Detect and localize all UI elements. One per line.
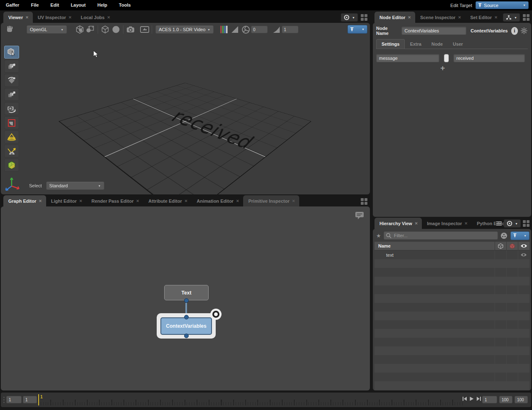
aperture-icon[interactable] <box>240 25 251 34</box>
rotate-tool-button[interactable] <box>4 74 19 87</box>
node-text-output-connector[interactable] <box>184 298 189 303</box>
snapshot-to-catalogue-icon[interactable] <box>139 25 150 34</box>
close-icon[interactable]: ✕ <box>185 199 188 203</box>
renderer-dropdown[interactable]: OpenGL▼ <box>27 25 67 34</box>
subtab-settings[interactable]: Settings <box>376 39 405 49</box>
node-cv-input-connector[interactable] <box>184 315 189 319</box>
exposure-field[interactable] <box>251 26 268 33</box>
close-icon[interactable]: ✕ <box>458 15 461 20</box>
tab-attribute-editor[interactable]: Attribute Editor✕ <box>143 195 192 206</box>
tab-node-editor[interactable]: Node Editor✕ <box>374 12 415 23</box>
add-variable-button[interactable]: + <box>439 65 446 72</box>
menu-gaffer[interactable]: Gaffer <box>0 0 25 10</box>
node-editor-follow-button[interactable]: ▼ <box>503 13 520 22</box>
node-name-input[interactable] <box>401 27 466 35</box>
close-icon[interactable]: ✕ <box>236 199 239 203</box>
close-icon[interactable]: ✕ <box>415 221 418 226</box>
light-tool-button[interactable] <box>4 130 19 143</box>
column-expansion-icon[interactable] <box>495 242 506 250</box>
current-frame-marker[interactable]: 1 <box>38 394 39 405</box>
edit-target-select[interactable]: Ŧ Source ▼ <box>475 1 529 9</box>
column-selection-icon[interactable] <box>506 242 518 250</box>
hierarchy-pin-button[interactable]: Ŧ ▼ <box>510 231 530 240</box>
frame-start-field[interactable] <box>6 396 22 403</box>
bookmarks-star-icon[interactable]: ★ <box>376 233 381 239</box>
tab-hierarchy-view[interactable]: Hierarchy View✕ <box>374 218 422 229</box>
close-icon[interactable]: ✕ <box>292 199 296 203</box>
annotation-icon[interactable] <box>354 211 365 221</box>
menu-help[interactable]: Help <box>91 0 113 10</box>
graph-canvas[interactable]: Text ContextVariables <box>1 206 370 390</box>
tab-set-editor[interactable]: Set Editor✕ <box>465 12 502 23</box>
close-icon[interactable]: ✕ <box>69 15 72 20</box>
exposure-icon[interactable] <box>229 25 240 34</box>
close-icon[interactable]: ✕ <box>136 199 140 203</box>
close-icon[interactable]: ✕ <box>39 199 42 203</box>
hierarchy-filter-input[interactable] <box>384 231 498 240</box>
play-icon[interactable] <box>469 396 474 401</box>
tab-local-jobs[interactable]: Local Jobs✕ <box>76 12 114 23</box>
tab-image-inspector[interactable]: Image Inspector✕ <box>422 218 472 229</box>
layout-menu-icon[interactable] <box>361 14 367 21</box>
hierarchy-row-text[interactable]: text <box>374 250 530 259</box>
camera-icon[interactable] <box>125 25 136 34</box>
skip-to-start-icon[interactable] <box>462 396 467 401</box>
menu-file[interactable]: File <box>25 0 44 10</box>
tab-viewer[interactable]: Viewer✕ <box>3 12 33 23</box>
menu-tools[interactable]: Tools <box>113 0 137 10</box>
column-visibility-icon[interactable] <box>518 242 530 250</box>
subtab-user[interactable]: User <box>448 39 468 49</box>
set-filter-icon[interactable] <box>500 232 507 239</box>
playback-start-field[interactable] <box>23 396 37 403</box>
tab-primitive-inspector[interactable]: Primitive Inspector✕ <box>243 195 299 206</box>
timeline-ruler[interactable]: 1 <box>38 394 464 405</box>
tab-scene-inspector[interactable]: Scene Inspector✕ <box>415 12 466 23</box>
variable-value-input[interactable] <box>453 54 525 62</box>
gear-icon[interactable] <box>520 27 528 35</box>
display-transform-dropdown[interactable]: ACES 1.0 - SDR Video▼ <box>155 25 214 34</box>
tab-render-pass-editor[interactable]: Render Pass Editor✕ <box>86 195 143 206</box>
menu-edit[interactable]: Edit <box>44 0 65 10</box>
variable-name-input[interactable] <box>376 54 439 62</box>
tab-overflow-menu-icon[interactable] <box>496 221 502 226</box>
select-mode-dropdown[interactable]: Standard▼ <box>46 182 104 190</box>
select-tool-button[interactable] <box>4 46 19 59</box>
frame-end-field[interactable] <box>515 396 528 403</box>
channels-rgba-icon[interactable] <box>219 25 229 34</box>
pan-hand-icon[interactable] <box>4 25 15 34</box>
drawing-mode-icon[interactable] <box>74 25 85 34</box>
shaded-sphere-icon[interactable] <box>111 25 121 34</box>
hierarchy-follow-focus-button[interactable]: ▼ <box>504 219 521 228</box>
tab-light-editor[interactable]: Light Editor✕ <box>46 195 86 206</box>
close-icon[interactable]: ✕ <box>107 15 111 20</box>
close-icon[interactable]: ✕ <box>408 15 411 20</box>
row-visibility-eye-icon[interactable] <box>518 250 530 259</box>
layout-menu-icon[interactable] <box>361 198 367 205</box>
crop-window-tool-button[interactable] <box>4 116 19 129</box>
current-frame-field[interactable] <box>482 396 497 403</box>
subtab-node[interactable]: Node <box>426 39 448 49</box>
subtab-extra[interactable]: Extra <box>405 39 426 49</box>
close-icon[interactable]: ✕ <box>494 15 498 20</box>
close-icon[interactable]: ✕ <box>465 221 468 226</box>
tab-uv-inspector[interactable]: UV Inspector✕ <box>33 12 76 23</box>
translate-tool-button[interactable] <box>4 60 19 73</box>
menu-layout[interactable]: Layout <box>65 0 91 10</box>
close-icon[interactable]: ✕ <box>25 15 29 20</box>
expansion-mode-icon[interactable] <box>85 25 96 34</box>
variable-enabled-toggle[interactable] <box>444 54 449 62</box>
layout-menu-icon[interactable] <box>523 220 530 227</box>
focus-ring-indicator[interactable] <box>210 309 222 320</box>
column-name-header[interactable]: Name <box>374 243 495 248</box>
skip-to-end-icon[interactable] <box>476 396 481 401</box>
playback-end-field[interactable] <box>499 396 512 403</box>
layout-menu-icon[interactable] <box>523 14 530 21</box>
tab-animation-editor[interactable]: Animation Editor✕ <box>192 195 243 206</box>
light-position-tool-button[interactable] <box>4 145 19 157</box>
node-cv-output-connector[interactable] <box>184 334 189 338</box>
graph-node-contextvariables[interactable]: ContextVariables <box>160 317 212 335</box>
info-icon[interactable]: i <box>511 27 518 35</box>
wireframe-cube-icon[interactable] <box>100 25 111 34</box>
camera-tool-button[interactable] <box>4 102 19 115</box>
visualiser-tool-button[interactable] <box>4 159 19 172</box>
